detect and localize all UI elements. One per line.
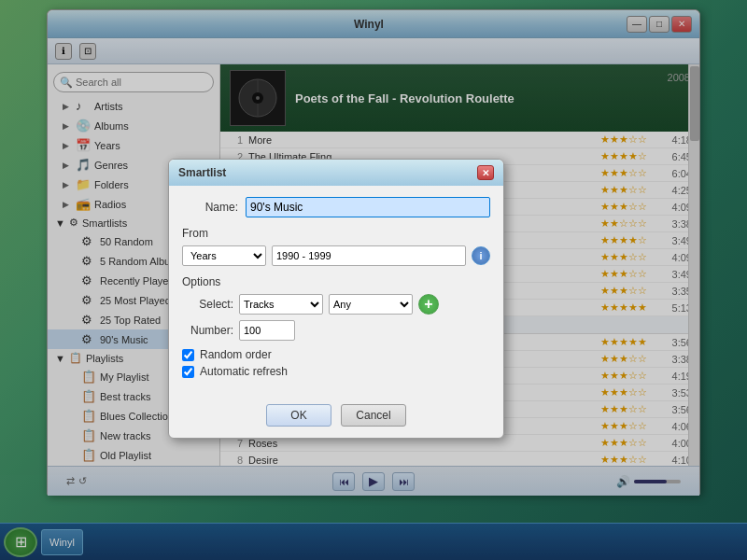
auto-checkbox[interactable] <box>182 366 194 378</box>
auto-label[interactable]: Automatic refresh <box>200 365 288 378</box>
any-select[interactable]: Any <box>329 294 413 315</box>
name-row: Name: <box>182 197 490 217</box>
auto-row: Automatic refresh <box>182 365 490 378</box>
dialog-title-text: Smartlist <box>178 166 226 179</box>
name-label: Name: <box>182 201 238 214</box>
dialog-body: Name: From Years i Options Select <box>169 186 503 397</box>
from-range-input[interactable] <box>272 245 466 266</box>
dialog-close-button[interactable]: ✕ <box>477 165 494 180</box>
cancel-button[interactable]: Cancel <box>341 404 406 427</box>
from-label: From <box>182 227 208 240</box>
from-row: Years i <box>182 245 490 266</box>
random-checkbox[interactable] <box>182 349 194 361</box>
smartlist-dialog: Smartlist ✕ Name: From Years i <box>168 159 504 439</box>
from-select[interactable]: Years <box>182 245 266 266</box>
number-row: Number: <box>182 320 490 341</box>
select-row: Select: Tracks Any + <box>182 294 490 315</box>
info-button[interactable]: i <box>472 246 490 265</box>
dialog-overlay: Smartlist ✕ Name: From Years i <box>0 0 747 560</box>
options-section: Options Select: Tracks Any + Number: <box>182 275 490 378</box>
random-label[interactable]: Random order <box>200 348 272 361</box>
name-input[interactable] <box>246 197 490 217</box>
dialog-buttons: OK Cancel <box>169 397 503 438</box>
select-label: Select: <box>182 298 233 311</box>
add-button[interactable]: + <box>418 294 439 315</box>
number-input[interactable] <box>239 320 295 341</box>
random-row: Random order <box>182 348 490 361</box>
tracks-select[interactable]: Tracks <box>239 294 323 315</box>
number-label: Number: <box>182 324 233 337</box>
ok-button[interactable]: OK <box>266 404 331 427</box>
dialog-title-bar: Smartlist ✕ <box>169 160 503 186</box>
options-label: Options <box>182 275 220 288</box>
